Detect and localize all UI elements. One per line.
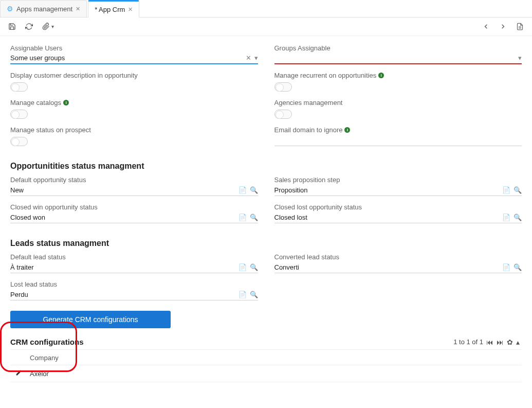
agencies-management-toggle[interactable] xyxy=(274,110,292,119)
search-icon[interactable]: 🔍 xyxy=(513,186,522,194)
tab-label: * App Crm xyxy=(95,6,125,13)
field-label: Assignable Users xyxy=(10,44,258,52)
closed-win-status-input[interactable]: Closed won 📄🔍 xyxy=(10,212,258,223)
default-opp-status-input[interactable]: New 📄🔍 xyxy=(10,185,258,196)
field-label: Converted lead status xyxy=(274,253,522,261)
manage-recurrent-field: Manage recurrent on opportunities i xyxy=(274,72,522,92)
field-label: Sales proposition step xyxy=(274,176,522,184)
converted-lead-status-input[interactable]: Converti 📄🔍 xyxy=(274,262,522,273)
last-page-icon[interactable]: ⏭ xyxy=(497,338,504,346)
edit-icon[interactable] xyxy=(15,369,24,378)
assignable-users-input-wrapper[interactable]: ✕ ▾ xyxy=(10,53,258,64)
page-icon[interactable]: 📄 xyxy=(239,214,247,221)
field-label: Groups Assignable xyxy=(274,44,522,52)
subgrid-header: CRM configurations 1 to 1 of 1 ⏮ ⏭ ✿ ▴ xyxy=(10,338,522,346)
tab-app-crm[interactable]: * App Crm ✕ xyxy=(88,0,139,17)
field-label: Email domain to ignore i xyxy=(274,126,522,134)
table-row[interactable]: Axelor xyxy=(10,365,522,382)
chevron-down-icon[interactable]: ▾ xyxy=(254,54,258,62)
default-opp-status-field: Default opportunity status New 📄🔍 xyxy=(10,176,258,196)
grid-column-header[interactable]: Company xyxy=(10,349,522,365)
search-icon[interactable]: 🔍 xyxy=(250,263,258,271)
converted-lead-status-field: Converted lead status Converti 📄🔍 xyxy=(274,253,522,273)
tab-label: Apps management xyxy=(16,5,72,13)
page-icon[interactable]: 📄 xyxy=(239,291,247,298)
page-icon[interactable]: 📄 xyxy=(502,263,510,271)
tabs-bar: ⚙ Apps management ✕ * App Crm ✕ xyxy=(0,0,532,17)
gear-icon[interactable]: ✿ xyxy=(507,338,513,346)
clear-icon[interactable]: ✕ xyxy=(246,54,251,62)
lost-lead-status-field: Lost lead status Perdu 📄🔍 xyxy=(10,280,258,300)
toolbar: ▾ xyxy=(0,17,532,36)
page-icon[interactable]: 📄 xyxy=(239,186,247,194)
refresh-button[interactable] xyxy=(25,23,33,30)
save-button[interactable] xyxy=(8,23,16,30)
chevron-up-icon[interactable]: ▴ xyxy=(516,338,520,346)
email-domain-ignore-field: Email domain to ignore i xyxy=(274,126,522,146)
first-page-icon[interactable]: ⏮ xyxy=(486,338,493,346)
close-icon[interactable]: ✕ xyxy=(76,6,80,12)
search-icon[interactable]: 🔍 xyxy=(250,186,258,194)
input-value: New xyxy=(10,186,239,194)
input-value: À traiter xyxy=(10,263,239,271)
manage-status-prospect-toggle[interactable] xyxy=(10,137,28,146)
display-customer-desc-toggle[interactable] xyxy=(10,82,28,92)
field-label: Manage recurrent on opportunities i xyxy=(274,72,522,79)
input-value: Converti xyxy=(274,263,503,271)
input-value: Closed lost xyxy=(274,214,503,221)
field-label: Default lead status xyxy=(10,253,258,261)
info-icon[interactable]: i xyxy=(378,73,384,78)
page-icon[interactable]: 📄 xyxy=(239,263,247,271)
closed-lost-status-field: Closed lost opportunity status Closed lo… xyxy=(274,203,522,223)
info-icon[interactable]: i xyxy=(63,100,69,105)
field-label: Closed lost opportunity status xyxy=(274,203,522,211)
email-domain-ignore-input[interactable] xyxy=(274,136,522,144)
chevron-down-icon[interactable]: ▾ xyxy=(518,54,522,62)
default-lead-status-input[interactable]: À traiter 📄🔍 xyxy=(10,262,258,273)
search-icon[interactable]: 🔍 xyxy=(513,263,522,271)
agencies-management-field: Agencies management xyxy=(274,99,522,119)
field-label: Display customer description in opportun… xyxy=(10,72,258,79)
page-icon[interactable]: 📄 xyxy=(502,186,510,194)
manage-recurrent-toggle[interactable] xyxy=(274,82,292,92)
field-label: Manage status on prospect xyxy=(10,126,258,134)
manage-catalogs-toggle[interactable] xyxy=(10,110,28,119)
email-domain-ignore-input-wrapper[interactable] xyxy=(274,135,522,146)
groups-assignable-field: Groups Assignable ▾ xyxy=(274,44,522,64)
prev-record-button[interactable] xyxy=(482,23,490,30)
assignable-users-field: Assignable Users ✕ ▾ xyxy=(10,44,258,64)
closed-lost-status-input[interactable]: Closed lost 📄🔍 xyxy=(274,212,522,223)
input-value: Proposition xyxy=(274,186,503,194)
input-value: Perdu xyxy=(10,291,239,298)
page-icon[interactable] xyxy=(516,23,524,30)
manage-catalogs-field: Manage catalogs i xyxy=(10,99,258,119)
info-icon[interactable]: i xyxy=(344,127,350,133)
generate-crm-button[interactable]: Generate CRM configurations xyxy=(10,311,171,328)
form-area: Assignable Users ✕ ▾ Groups Assignable ▾… xyxy=(0,36,532,398)
subgrid-title: CRM configurations xyxy=(10,338,84,346)
closed-win-status-field: Closed win opportunity status Closed won… xyxy=(10,203,258,223)
field-label: Lost lead status xyxy=(10,280,258,288)
assignable-users-input[interactable] xyxy=(10,54,246,62)
groups-assignable-input[interactable] xyxy=(274,54,519,62)
field-label: Default opportunity status xyxy=(10,176,258,184)
gear-icon: ⚙ xyxy=(7,5,13,13)
search-icon[interactable]: 🔍 xyxy=(250,291,258,298)
cell-company: Axelor xyxy=(30,370,49,378)
next-record-button[interactable] xyxy=(499,23,507,30)
tab-apps-management[interactable]: ⚙ Apps management ✕ xyxy=(0,0,87,17)
leads-section-title: Leads status managment xyxy=(10,239,522,248)
default-lead-status-field: Default lead status À traiter 📄🔍 xyxy=(10,253,258,273)
chevron-down-icon: ▾ xyxy=(51,24,54,29)
search-icon[interactable]: 🔍 xyxy=(250,214,258,221)
manage-status-prospect-field: Manage status on prospect xyxy=(10,126,258,146)
attach-button[interactable]: ▾ xyxy=(42,23,54,30)
subgrid-pager: 1 to 1 of 1 ⏮ ⏭ ✿ ▴ xyxy=(453,338,520,346)
groups-assignable-input-wrapper[interactable]: ▾ xyxy=(274,53,522,64)
lost-lead-status-input[interactable]: Perdu 📄🔍 xyxy=(10,289,258,300)
sales-proposition-step-input[interactable]: Proposition 📄🔍 xyxy=(274,185,522,196)
sales-proposition-step-field: Sales proposition step Proposition 📄🔍 xyxy=(274,176,522,196)
close-icon[interactable]: ✕ xyxy=(128,6,133,13)
search-icon[interactable]: 🔍 xyxy=(513,214,522,221)
page-icon[interactable]: 📄 xyxy=(502,214,510,221)
